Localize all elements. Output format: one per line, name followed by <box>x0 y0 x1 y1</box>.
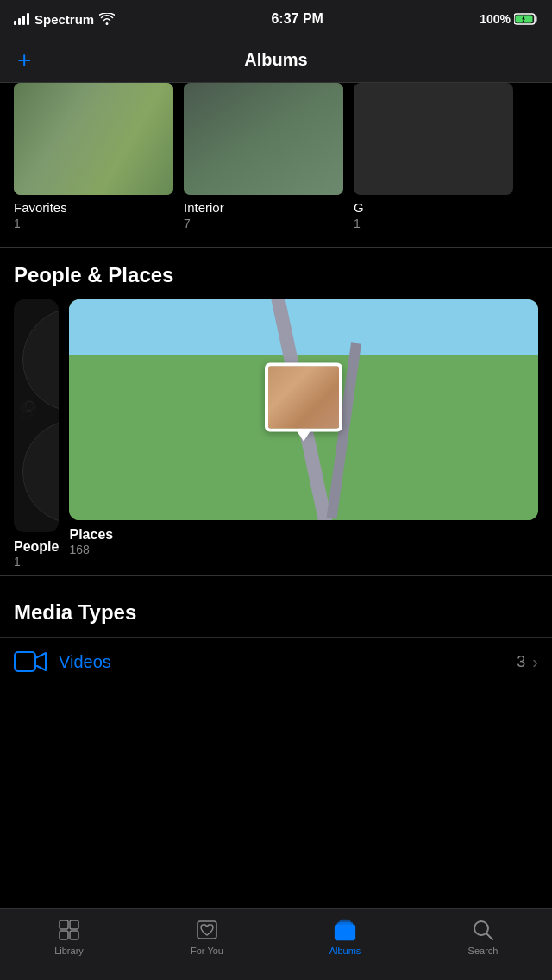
favorites-thumbnail <box>14 83 173 195</box>
video-icon <box>14 650 47 674</box>
status-time: 6:37 PM <box>271 11 323 27</box>
album-interior[interactable]: Interior 7 <box>184 83 343 238</box>
people-name: People <box>14 539 59 555</box>
top-albums-row: Favorites 1 Interior 7 G 1 <box>0 83 552 238</box>
svg-rect-10 <box>339 920 350 936</box>
interior-thumbnail <box>184 83 343 195</box>
svg-rect-5 <box>60 931 68 939</box>
videos-count: 3 <box>517 653 525 671</box>
places-name: Places <box>69 527 538 543</box>
map-pin-photo <box>265 362 342 431</box>
tab-for-you[interactable]: For You <box>138 918 276 956</box>
interior-label: Interior <box>184 200 343 215</box>
albums-tab-label: Albums <box>329 945 361 956</box>
wifi-icon <box>99 13 115 25</box>
places-count: 168 <box>69 543 538 556</box>
g-thumbnail <box>354 83 513 195</box>
battery-percent: 100% <box>480 12 511 26</box>
library-tab-label: Library <box>54 945 84 956</box>
map-pin-pointer <box>297 430 310 441</box>
interior-count: 7 <box>184 217 343 230</box>
people-places-grid: People 1 <box>0 299 552 558</box>
people-card[interactable] <box>14 299 59 532</box>
status-bar: Spectrum 6:37 PM 100% <box>0 0 552 38</box>
favorites-count: 1 <box>14 217 173 230</box>
svg-rect-4 <box>70 920 78 929</box>
battery-icon <box>514 13 538 25</box>
tab-bar: Library For You Albums <box>0 908 552 980</box>
media-types-header: Media Types <box>0 585 552 637</box>
people-places-header: People & Places <box>0 248 552 299</box>
g-label: G <box>354 200 513 215</box>
album-g[interactable]: G 1 <box>354 83 513 238</box>
videos-label: Videos <box>59 652 517 672</box>
carrier-label: Spectrum <box>34 12 94 27</box>
places-map <box>69 299 538 520</box>
media-types-section: Media Types Videos 3 › <box>0 576 552 686</box>
status-right: 100% <box>480 12 538 26</box>
favorites-label: Favorites <box>14 200 173 215</box>
videos-row[interactable]: Videos 3 › <box>0 637 552 686</box>
for-you-tab-label: For You <box>191 945 223 956</box>
nav-bar: + Albums <box>0 38 552 83</box>
people-count: 1 <box>14 555 59 569</box>
places-card[interactable] <box>69 299 538 520</box>
albums-icon <box>333 918 357 942</box>
search-icon <box>471 918 495 942</box>
main-content: Favorites 1 Interior 7 G 1 People & Plac… <box>0 83 552 908</box>
tab-library[interactable]: Library <box>0 918 138 956</box>
status-left: Spectrum <box>14 12 115 27</box>
people-label-row: People 1 <box>14 532 59 570</box>
signal-icon <box>14 13 29 25</box>
people-circles-bg <box>14 299 59 532</box>
album-favorites[interactable]: Favorites 1 <box>14 83 173 238</box>
map-pin <box>265 362 342 441</box>
tab-search[interactable]: Search <box>414 918 552 956</box>
places-label-row: Places 168 <box>69 520 538 558</box>
svg-rect-7 <box>198 921 216 939</box>
video-camera-icon <box>14 650 47 674</box>
add-album-button[interactable]: + <box>17 48 31 72</box>
videos-chevron: › <box>532 652 538 672</box>
svg-line-12 <box>486 933 492 939</box>
tab-albums[interactable]: Albums <box>276 918 414 956</box>
library-icon <box>57 918 81 942</box>
search-tab-label: Search <box>468 945 499 956</box>
page-title: Albums <box>244 50 307 70</box>
scribble-overlay <box>14 299 59 532</box>
svg-rect-3 <box>60 920 68 929</box>
g-count: 1 <box>354 217 513 230</box>
for-you-icon <box>195 918 219 942</box>
svg-rect-6 <box>70 931 78 939</box>
svg-rect-2 <box>15 652 35 671</box>
